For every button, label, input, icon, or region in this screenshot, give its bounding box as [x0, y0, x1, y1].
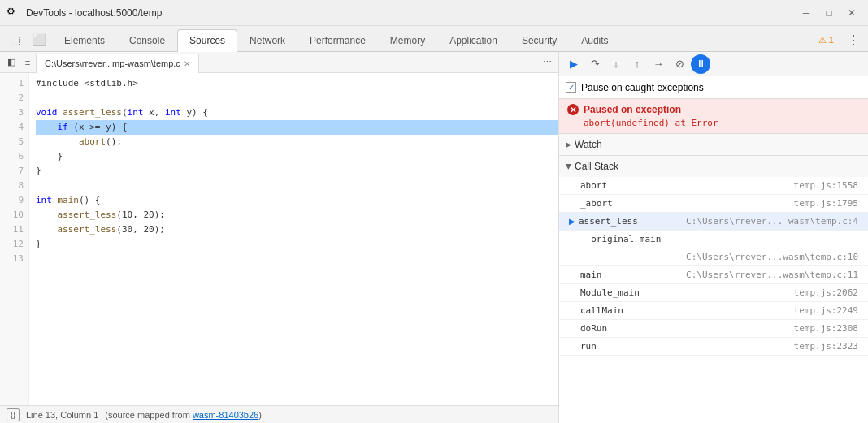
code-line-13	[36, 252, 558, 266]
step-button[interactable]: →	[649, 54, 668, 74]
line-number-4: 4	[0, 120, 28, 135]
file-tabbar: ◧ ≡ C:\Users\rrever...mp-wasm\temp.c ✕ ⋯	[0, 52, 558, 73]
call-function-name: doRun	[580, 323, 794, 334]
callstack-chevron: ▶	[565, 164, 573, 170]
tab-security[interactable]: Security	[510, 28, 569, 51]
window-title: DevTools - localhost:5000/temp	[26, 7, 796, 19]
step-out-button[interactable]: ↑	[627, 54, 647, 74]
maximize-button[interactable]: □	[819, 3, 839, 23]
line-number-10: 10	[0, 208, 28, 222]
more-options-button[interactable]: ⋮	[842, 28, 865, 51]
tab-audits[interactable]: Audits	[569, 28, 620, 51]
callstack-list: aborttemp.js:1558_aborttemp.js:1795▶asse…	[559, 177, 868, 423]
line-number-3: 3	[0, 106, 28, 120]
step-over-button[interactable]: ↷	[585, 54, 605, 74]
file-tab-temp-c[interactable]: C:\Users\rrever...mp-wasm\temp.c ✕	[36, 54, 199, 73]
resume-button[interactable]: ▶	[564, 54, 584, 74]
code-content[interactable]: #include <stdlib.h> void assert_less(int…	[29, 73, 558, 405]
toggle-sidebar-button[interactable]: ◧	[3, 54, 20, 71]
device-toolbar-button[interactable]: ⬜	[28, 28, 50, 51]
main-tabbar: ⬚ ⬜ Elements Console Sources Network Per…	[0, 26, 868, 52]
tab-network[interactable]: Network	[237, 28, 297, 51]
call-location: temp.js:2323	[794, 341, 858, 352]
code-line-1: #include <stdlib.h>	[36, 76, 558, 91]
call-stack-item[interactable]: runtemp.js:2323	[559, 338, 868, 356]
tab-sources[interactable]: Sources	[177, 29, 237, 52]
tab-application[interactable]: Application	[437, 28, 510, 51]
code-line-3: void assert_less(int x, int y) {	[36, 106, 558, 120]
devtools-icon: ⚙	[7, 6, 21, 20]
call-function-name: callMain	[580, 305, 794, 316]
source-map-info: (source mapped from wasm-81403b26)	[105, 410, 262, 420]
tab-elements[interactable]: Elements	[52, 28, 117, 51]
cursor-position: Line 13, Column 1	[26, 410, 98, 420]
call-stack-item[interactable]: _aborttemp.js:1795	[559, 195, 868, 213]
call-stack-item[interactable]: aborttemp.js:1558	[559, 177, 868, 195]
exception-banner: ✕ Paused on exception abort(undefined) a…	[559, 99, 868, 134]
callstack-section: ▶ Call Stack aborttemp.js:1558_aborttemp…	[559, 156, 868, 423]
code-editor-panel: ◧ ≡ C:\Users\rrever...mp-wasm\temp.c ✕ ⋯…	[0, 52, 559, 423]
line-number-12: 12	[0, 237, 28, 252]
watch-chevron: ▶	[566, 140, 571, 149]
call-stack-item[interactable]: __original_main	[559, 231, 868, 248]
call-function-name: Module_main	[580, 287, 794, 298]
pause-exceptions-label: Pause on caught exceptions	[581, 82, 704, 93]
call-location: C:\Users\rrever...-wasm\temp.c:4	[686, 216, 858, 227]
code-line-4: if (x >= y) {	[36, 120, 558, 135]
call-stack-item[interactable]: ▶assert_lessC:\Users\rrever...-wasm\temp…	[559, 213, 868, 231]
code-line-5: abort();	[36, 135, 558, 149]
call-stack-item[interactable]: mainC:\Users\rrever...wasm\temp.c:11	[559, 266, 868, 284]
tab-performance[interactable]: Performance	[297, 28, 378, 51]
call-location: temp.js:2308	[794, 323, 858, 334]
debug-toolbar: ▶ ↷ ↓ ↑ → ⊘ ⏸	[559, 52, 868, 76]
line-number-2: 2	[0, 91, 28, 106]
call-location: C:\Users\rrever...wasm\temp.c:10	[686, 252, 858, 262]
watch-header[interactable]: ▶ Watch	[559, 134, 868, 155]
file-tab-name: C:\Users\rrever...mp-wasm\temp.c	[45, 58, 180, 68]
pause-caught-exceptions-checkbox[interactable]	[566, 82, 576, 93]
code-area: 12345678910111213 #include <stdlib.h> vo…	[0, 73, 558, 405]
format-icon[interactable]: {}	[7, 408, 20, 421]
titlebar: ⚙ DevTools - localhost:5000/temp ─ □ ✕	[0, 0, 868, 26]
call-stack-item[interactable]: Module_maintemp.js:2062	[559, 284, 868, 302]
error-icon: ✕	[567, 104, 579, 115]
source-map-link[interactable]: wasm-81403b26	[193, 410, 258, 420]
navigate-files-button[interactable]: ≡	[20, 54, 36, 71]
line-number-9: 9	[0, 193, 28, 208]
call-location: temp.js:1795	[794, 198, 858, 209]
file-tab-close-button[interactable]: ✕	[184, 59, 190, 68]
pause-on-exception-button[interactable]: ⏸	[691, 54, 710, 74]
call-function-name: assert_less	[579, 216, 686, 227]
call-location: C:\Users\rrever...wasm\temp.c:11	[686, 270, 858, 280]
line-number-7: 7	[0, 164, 28, 179]
call-location: temp.js:2062	[794, 287, 858, 298]
main-content: ◧ ≡ C:\Users\rrever...mp-wasm\temp.c ✕ ⋯…	[0, 52, 868, 423]
call-function-name: _abort	[580, 198, 794, 209]
call-stack-item[interactable]: callMaintemp.js:2249	[559, 302, 868, 320]
warning-badge[interactable]: ⚠ 1	[814, 35, 839, 45]
deactivate-breakpoints-button[interactable]: ⊘	[670, 54, 689, 74]
callstack-header[interactable]: ▶ Call Stack	[559, 156, 868, 177]
code-line-2	[36, 91, 558, 106]
call-stack-item[interactable]: doRuntemp.js:2308	[559, 320, 868, 338]
exception-title: ✕ Paused on exception	[567, 104, 860, 115]
inspect-element-button[interactable]: ⬚	[3, 28, 26, 51]
tab-memory[interactable]: Memory	[378, 28, 437, 51]
call-stack-item[interactable]: C:\Users\rrever...wasm\temp.c:10	[559, 248, 868, 266]
pause-exceptions-row: Pause on caught exceptions	[559, 76, 868, 99]
line-number-8: 8	[0, 179, 28, 193]
code-line-6: }	[36, 149, 558, 164]
more-sources-button[interactable]: ⋯	[539, 54, 555, 71]
code-line-9: int main() {	[36, 193, 558, 208]
tab-console[interactable]: Console	[117, 28, 177, 51]
call-function-name: abort	[580, 180, 794, 191]
line-number-11: 11	[0, 222, 28, 237]
call-function-name: main	[580, 270, 686, 280]
step-into-button[interactable]: ↓	[606, 54, 626, 74]
callstack-label: Call Stack	[575, 161, 618, 172]
exception-detail: abort(undefined) at Error	[567, 118, 860, 128]
close-button[interactable]: ✕	[842, 3, 861, 23]
watch-label: Watch	[575, 139, 602, 150]
status-bar: {} Line 13, Column 1 (source mapped from…	[0, 405, 558, 423]
minimize-button[interactable]: ─	[796, 3, 816, 23]
